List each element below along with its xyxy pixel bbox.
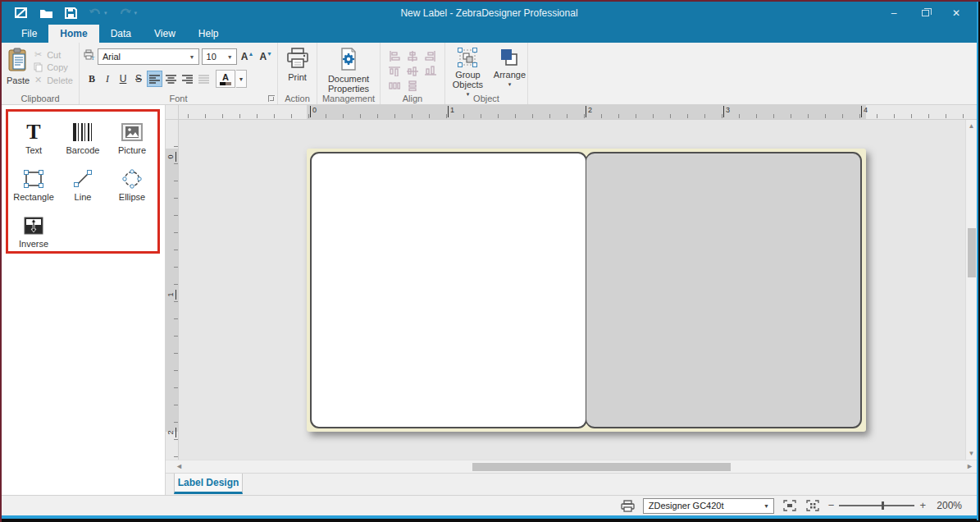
redo-button[interactable]: ▾ [119,8,138,19]
quick-access-toolbar: ▾ ▾ [2,7,137,19]
align-left-button[interactable] [147,71,162,87]
printer-select[interactable]: ZDesigner GC420t ▼ [643,498,774,514]
copy-button[interactable]: Copy [33,62,73,72]
design-viewport[interactable] [179,120,965,460]
shrink-font-letter: A [259,51,267,62]
print-button[interactable]: Print [280,46,315,84]
tab-home[interactable]: Home [48,25,98,43]
italic-button[interactable]: I [100,71,115,87]
printer-select-value: ZDesigner GC420t [649,501,724,511]
align-right-button[interactable] [180,71,195,87]
vertical-scrollbar-thumb[interactable] [968,228,976,277]
tool-rectangle[interactable]: Rectangle [9,168,58,215]
arrange-button[interactable]: Arrange ▾ [494,46,526,91]
ribbon-tab-bar: File Home Data View Help [2,25,977,43]
save-button[interactable] [65,7,77,19]
tool-text[interactable]: T Text [9,121,58,168]
align-centers-button[interactable] [403,48,422,63]
zoom-slider-thumb[interactable] [882,501,884,510]
align-left-edges-button[interactable] [385,48,403,63]
zoom-slider-track[interactable] [839,505,914,506]
tool-line[interactable]: Line [58,168,107,215]
tool-barcode[interactable]: Barcode [58,121,107,168]
tab-label-design[interactable]: Label Design [174,474,243,494]
group-objects-label: Group Objects [447,70,489,89]
object-group: Group Objects ▾ Arrange ▾ Object [445,43,528,104]
horizontal-ruler-ticks [179,105,977,119]
horizontal-scrollbar[interactable]: ◄ ► [166,460,977,473]
font-color-dropdown[interactable]: ▼ [236,70,247,88]
scroll-up-arrow-icon[interactable]: ▲ [966,122,977,130]
ribbon-empty-area [528,43,977,104]
close-button[interactable]: ✕ [944,4,969,22]
align-center-button[interactable] [163,71,179,87]
scroll-right-arrow-icon[interactable]: ► [966,462,973,470]
shrink-font-arrow-icon: ▼ [267,51,272,57]
scroll-left-arrow-icon[interactable]: ◄ [175,462,183,470]
ribbon: Paste ✂Cut Copy ✕Delete Clipboard T Aria… [2,43,977,105]
distribute-vertically-button[interactable] [403,78,422,93]
undo-dropdown-caret[interactable]: ▾ [104,10,107,16]
printer-fonts-icon[interactable]: T [83,49,95,64]
clipboard-group-label: Clipboard [2,94,79,103]
justify-button[interactable] [196,71,212,87]
align-middles-button[interactable] [403,63,422,78]
scroll-down-arrow-icon[interactable]: ▼ [966,450,977,457]
document-properties-label: Document Properties [322,74,375,94]
tab-data[interactable]: Data [99,25,143,43]
document-properties-button[interactable]: Document Properties [319,46,378,95]
paste-button[interactable]: Paste [3,46,33,91]
horizontal-scrollbar-thumb[interactable] [472,463,731,471]
shrink-font-button[interactable]: A▼ [258,51,274,62]
font-color-swatch [220,82,231,85]
group-objects-button[interactable]: Group Objects ▾ [447,46,489,91]
zoom-slider[interactable]: − + [828,501,926,510]
strikethrough-button[interactable]: S [131,71,146,87]
redo-dropdown-caret[interactable]: ▾ [134,10,138,16]
minimize-button[interactable]: – [882,4,906,22]
horizontal-ruler: 0 1 2 3 4 [179,105,977,119]
tool-picture[interactable]: Picture [107,121,157,168]
arrange-icon [499,47,520,70]
underline-button[interactable]: U [116,71,130,87]
font-family-select[interactable]: Arial ▼ [98,48,199,65]
screenshot-frame: ▾ ▾ New Label - ZebraDesigner Profession… [0,0,980,522]
window-controls: – ✕ [882,4,977,22]
management-group: Document Properties Management [317,43,381,104]
align-bottom-edges-button[interactable] [422,63,440,78]
vertical-scrollbar[interactable]: ▲ ▼ [965,120,977,460]
delete-button[interactable]: ✕Delete [33,75,73,85]
zoom-to-objects-button[interactable] [805,499,820,512]
tool-ellipse[interactable]: Ellipse [107,168,157,215]
zoom-in-button[interactable]: + [919,501,926,510]
zoom-out-button[interactable]: − [828,501,835,510]
main-content: T Text Barcode Picture Re [2,105,977,495]
printer-select-caret-icon: ▼ [763,503,773,509]
font-dialog-launcher-icon[interactable] [268,95,275,102]
canvas-middle-row: 0 1 2 ▲ ▼ [166,120,977,460]
tab-view[interactable]: View [143,25,187,43]
label-page-1[interactable] [310,152,587,428]
tool-barcode-label: Barcode [66,145,100,155]
tab-file[interactable]: File [10,25,48,43]
toolbox-panel: T Text Barcode Picture Re [2,105,166,495]
tab-help[interactable]: Help [187,25,230,43]
zoom-to-label-button[interactable] [782,499,797,512]
grow-font-button[interactable]: A▲ [239,51,256,62]
text-tool-icon: T [26,121,40,143]
restore-button[interactable] [913,4,937,22]
undo-button[interactable]: ▾ [89,8,107,19]
tool-inverse[interactable]: Inverse [9,215,58,262]
open-folder-button[interactable] [39,8,53,19]
cut-button[interactable]: ✂Cut [33,49,73,60]
align-right-edges-button[interactable] [422,48,440,63]
canvas-column: 0 1 2 3 4 0 1 2 [166,105,977,495]
arrange-label: Arrange [494,70,526,80]
font-color-button[interactable]: A [216,70,235,88]
screen-edge [2,519,977,522]
inverse-tool-icon [24,215,43,236]
font-size-select[interactable]: 10 ▼ [202,48,237,65]
bold-button[interactable]: B [84,71,99,87]
align-top-edges-button[interactable] [385,63,403,78]
distribute-horizontally-button[interactable] [385,78,403,93]
